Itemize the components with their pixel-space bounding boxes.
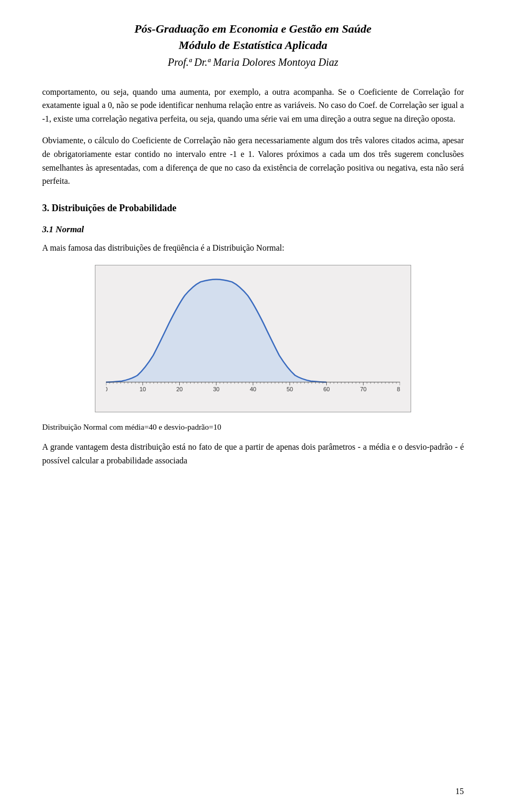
section-3-1-heading: 3.1 Normal	[42, 224, 464, 235]
svg-text:20: 20	[176, 386, 182, 392]
chart-svg: 0 10 20 30 40 50 60 70 80	[106, 276, 400, 396]
title-line3: Prof.ª Dr.ª Maria Dolores Montoya Diaz	[42, 54, 464, 71]
paragraph-2: Obviamente, o cálculo do Coeficiente de …	[42, 134, 464, 187]
svg-text:80: 80	[397, 386, 400, 392]
paragraph-4: A grande vantagem desta distribuição est…	[42, 440, 464, 467]
title-line1: Pós-Graduação em Economia e Gestão em Sa…	[42, 21, 464, 37]
normal-distribution-chart: 0 10 20 30 40 50 60 70 80	[95, 265, 411, 412]
svg-text:10: 10	[140, 386, 146, 392]
page-number: 15	[455, 787, 464, 796]
paragraph-1: comportamento, ou seja, quando uma aumen…	[42, 85, 464, 126]
svg-text:30: 30	[213, 386, 219, 392]
svg-text:70: 70	[360, 386, 366, 392]
svg-text:0: 0	[106, 386, 108, 392]
chart-caption: Distribuição Normal com média=40 e desvi…	[42, 423, 464, 432]
svg-text:40: 40	[250, 386, 256, 392]
section-3-heading: 3. Distribuições de Probabilidade	[42, 203, 464, 214]
paragraph-3: A mais famosa das distribuições de freqü…	[42, 241, 464, 255]
page-header: Pós-Graduação em Economia e Gestão em Sa…	[42, 21, 464, 71]
svg-text:50: 50	[287, 386, 293, 392]
svg-text:60: 60	[323, 386, 329, 392]
title-line2: Módulo de Estatística Aplicada	[42, 37, 464, 54]
